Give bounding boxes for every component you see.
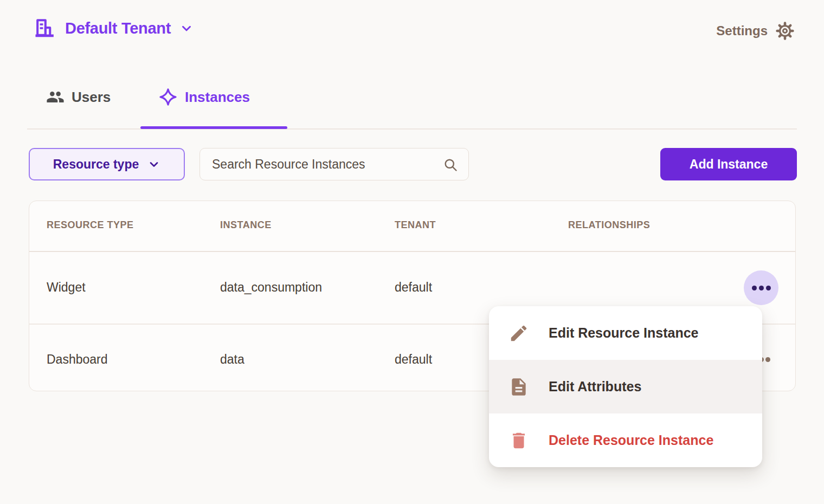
resource-type-label: Resource type [53,157,139,172]
search-input[interactable] [199,148,469,180]
trash-icon [508,430,529,451]
pencil-icon [508,323,529,344]
ellipsis-icon [752,286,757,290]
tab-users[interactable]: Users [46,87,111,107]
column-header-tenant: TENANT [395,219,436,231]
search-container [199,148,469,180]
tab-instances[interactable]: Instances [158,87,250,107]
settings-button[interactable]: Settings [716,20,795,42]
table-header-divider [29,251,795,252]
chevron-down-icon [179,21,194,35]
cell-resource-type: Widget [47,280,86,295]
building-icon [33,16,56,40]
document-icon [508,377,529,397]
cell-tenant: default [395,352,432,367]
menu-item-edit-attributes[interactable]: Edit Attributes [489,360,762,413]
column-header-relationships: RELATIONSHIPS [568,219,650,231]
users-icon [46,88,65,106]
cell-tenant: default [395,280,432,295]
row-actions-menu: Edit Resource Instance Edit Attributes D… [489,306,762,467]
chevron-down-icon [147,158,160,171]
tenant-switcher[interactable]: Default Tenant [33,13,194,43]
cell-instance: data [220,352,244,367]
sparkle-icon [158,87,178,107]
add-instance-button[interactable]: Add Instance [660,148,797,180]
column-header-resource-type: RESOURCE TYPE [47,219,134,231]
menu-item-delete-resource-instance[interactable]: Delete Resource Instance [489,413,762,467]
column-header-instance: INSTANCE [220,219,272,231]
resource-type-filter[interactable]: Resource type [29,148,185,180]
menu-item-label: Edit Resource Instance [540,325,698,341]
cell-resource-type: Dashboard [47,352,108,367]
cell-instance: data_consumption [220,280,322,295]
menu-item-label: Delete Resource Instance [540,432,713,448]
gear-icon [775,21,795,41]
settings-label: Settings [716,23,768,38]
magnifier-icon [443,157,458,172]
menu-item-label: Edit Attributes [540,379,641,395]
row-actions-button-open[interactable] [744,270,778,305]
active-tab-underline [140,126,287,129]
tab-instances-label: Instances [185,89,250,106]
menu-item-edit-resource-instance[interactable]: Edit Resource Instance [489,306,762,360]
tenant-title: Default Tenant [65,20,171,37]
tab-users-label: Users [72,89,111,106]
